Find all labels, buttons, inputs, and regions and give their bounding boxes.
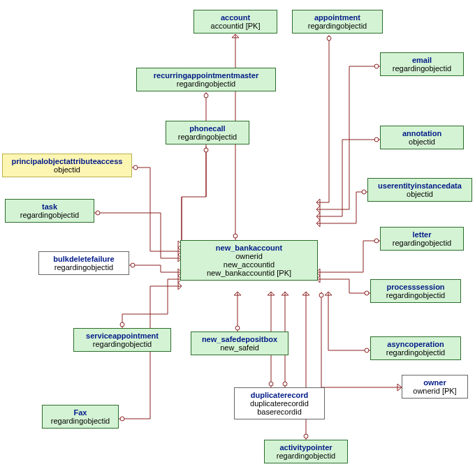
entity-title: appointment [298,13,377,22]
entity-title: Fax [48,408,112,417]
svg-point-1 [233,234,238,238]
svg-point-11 [362,190,366,194]
entity-phonecall[interactable]: phonecall regardingobjectid [166,121,249,144]
entity-appointment[interactable]: appointment regardingobjectid [292,10,383,34]
entity-attr: regardingobjectid [298,22,377,30]
svg-point-25 [131,263,135,267]
entity-account[interactable]: account accountid [PK] [193,10,277,34]
svg-point-35 [283,382,287,386]
entity-attr: regardingobjectid [48,417,112,425]
entity-attr: regardingobjectid [11,211,88,219]
entity-title: new_bankaccount [187,244,312,252]
entity-letter[interactable]: letter regardingobjectid [380,227,464,251]
entity-attr: objectid [374,190,466,198]
entity-title: email [386,56,458,64]
entity-annotation[interactable]: annotation objectid [380,126,464,149]
entity-duplicaterecord[interactable]: duplicaterecord duplicaterecordid basere… [234,387,325,419]
entity-attr: regardingobjectid [386,239,458,247]
entity-asyncoperation[interactable]: asyncoperation regardingobjectid [370,336,461,360]
svg-point-20 [319,293,323,297]
svg-point-17 [365,348,369,352]
entity-attr: new_safeid [197,343,282,352]
entity-attr: regardingobjectid [142,80,270,88]
entity-attr: regardingobjectid [80,340,165,348]
entity-title: annotation [386,129,458,137]
entity-attr: new_bankaccountid [PK] [187,269,312,277]
entity-attr: regardingobjectid [172,133,243,141]
entity-fax[interactable]: Fax regardingobjectid [42,405,119,429]
entity-attr: new_accountid [187,260,312,269]
entity-attr: regardingobjectid [386,64,458,73]
entity-title: bulkdeletefailure [45,255,123,263]
entity-attr: duplicaterecordid [240,399,319,408]
svg-point-27 [120,322,124,327]
entity-title: serviceappointment [80,332,165,340]
svg-point-37 [304,434,308,438]
svg-point-31 [235,326,240,330]
svg-point-13 [374,239,379,243]
entity-task[interactable]: task regardingobjectid [5,199,94,223]
entity-title: owner [408,378,462,387]
entity-attr: objectid [386,137,458,146]
entity-new-bankaccount[interactable]: new_bankaccount ownerid new_accountid ne… [180,240,318,281]
entity-new-safedepositbox[interactable]: new_safedepositbox new_safeid [191,332,288,355]
svg-point-7 [204,94,208,98]
entity-title: processsession [377,283,455,291]
entity-principalobjectattributeaccess[interactable]: principalobjectattributeaccess objectid [2,154,132,177]
entity-attr: regardingobjectid [270,452,342,460]
entity-attr: accountid [PK] [200,22,271,30]
svg-point-29 [120,417,124,421]
entity-title: duplicaterecord [240,391,319,399]
entity-title: task [11,202,88,211]
svg-point-5 [374,64,379,68]
svg-point-3 [327,36,331,40]
entity-title: asyncoperation [377,340,455,348]
entity-attr: ownerid [187,252,312,260]
entity-title: activitypointer [270,443,342,452]
entity-activitypointer[interactable]: activitypointer regardingobjectid [264,440,348,463]
svg-point-33 [269,382,273,386]
entity-title: userentityinstancedata [374,181,466,190]
entity-attr: regardingobjectid [377,348,455,357]
entity-processsession[interactable]: processsession regardingobjectid [370,279,461,303]
entity-title: recurringappointmentmaster [142,71,270,80]
entity-title: phonecall [172,124,243,133]
entity-email[interactable]: email regardingobjectid [380,52,464,76]
entity-recurringappointmentmaster[interactable]: recurringappointmentmaster regardingobje… [136,68,276,91]
entity-userentityinstancedata[interactable]: userentityinstancedata objectid [367,178,472,202]
svg-point-21 [133,165,138,170]
entity-bulkdeletefailure[interactable]: bulkdeletefailure regardingobjectid [38,251,129,275]
entity-attr: objectid [8,165,126,174]
entity-title: account [200,13,271,22]
entity-attr: regardingobjectid [45,263,123,272]
entity-attr: regardingobjectid [377,291,455,299]
entity-serviceappointment[interactable]: serviceappointment regardingobjectid [73,328,171,352]
svg-point-23 [96,211,100,215]
entity-attr: baserecordid [240,408,319,416]
svg-point-9 [374,137,379,142]
entity-attr: ownerid [PK] [408,387,462,395]
svg-point-15 [365,291,369,295]
entity-title: new_safedepositbox [197,335,282,343]
svg-point-8 [204,148,208,152]
entity-title: letter [386,230,458,239]
entity-title: principalobjectattributeaccess [8,157,126,165]
entity-owner[interactable]: owner ownerid [PK] [402,375,468,399]
